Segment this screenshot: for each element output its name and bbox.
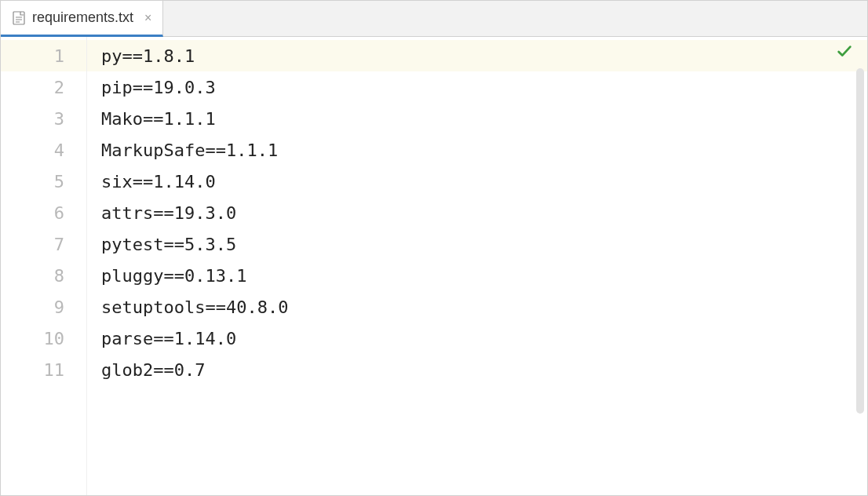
line-number[interactable]: 2 [1,71,86,103]
code-line[interactable]: pluggy==0.13.1 [87,260,867,291]
checkmark-icon[interactable] [836,43,853,65]
close-icon[interactable]: × [144,11,151,25]
code-line[interactable]: MarkupSafe==1.1.1 [87,134,867,166]
line-number[interactable]: 1 [1,40,86,71]
line-number[interactable]: 3 [1,103,86,134]
code-line[interactable]: pytest==5.3.5 [87,228,867,260]
tab-label: requirements.txt [32,9,133,26]
tab-bar: requirements.txt × [1,1,867,37]
svg-rect-0 [13,12,24,24]
line-number[interactable]: 10 [1,323,86,354]
line-number[interactable]: 5 [1,166,86,197]
code-line[interactable]: pip==19.0.3 [87,71,867,103]
code-line[interactable]: attrs==19.3.0 [87,197,867,228]
code-line[interactable]: py==1.8.1 [87,40,867,71]
line-number[interactable]: 8 [1,260,86,291]
file-text-icon [12,10,26,26]
line-number[interactable]: 11 [1,354,86,385]
editor: 1234567891011 py==1.8.1pip==19.0.3Mako==… [1,37,867,495]
line-number[interactable]: 7 [1,228,86,260]
line-number[interactable]: 6 [1,197,86,228]
code-line[interactable]: glob2==0.7 [87,354,867,385]
line-number[interactable]: 9 [1,291,86,323]
code-area[interactable]: py==1.8.1pip==19.0.3Mako==1.1.1MarkupSaf… [87,37,867,495]
gutter: 1234567891011 [1,37,87,495]
code-line[interactable]: Mako==1.1.1 [87,103,867,134]
code-line[interactable]: six==1.14.0 [87,166,867,197]
code-line[interactable]: setuptools==40.8.0 [87,291,867,323]
line-number[interactable]: 4 [1,134,86,166]
scrollbar[interactable] [856,68,864,414]
code-line[interactable]: parse==1.14.0 [87,323,867,354]
tab-requirements[interactable]: requirements.txt × [1,1,163,37]
